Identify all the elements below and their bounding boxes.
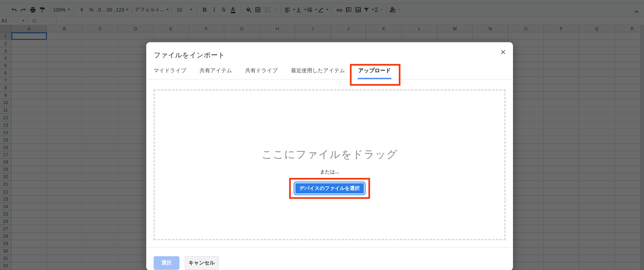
active-tab-underline — [358, 78, 391, 79]
tab-recent[interactable]: 最近使用したアイテム — [291, 67, 345, 79]
tab-my-drive[interactable]: マイドライブ — [154, 67, 186, 79]
cancel-button[interactable]: キャンセル — [185, 256, 218, 270]
select-device-file-button[interactable]: デバイスのファイルを選択 — [295, 182, 365, 194]
file-dropzone[interactable]: ここにファイルをドラッグ または... デバイスのファイルを選択 — [154, 89, 506, 240]
dialog-title: ファイルをインポート — [146, 42, 513, 60]
dropzone-headline: ここにファイルをドラッグ — [262, 147, 398, 162]
close-icon[interactable] — [500, 49, 506, 55]
dialog-footer: 選択 キャンセル — [146, 247, 513, 270]
google-sheets-app: 100% ¥ % .0← .00→ 123 デフォルト... 10 B I S … — [0, 0, 644, 270]
dropzone-or-text: または... — [320, 169, 339, 175]
tab-label: 最近使用したアイテム — [291, 67, 345, 73]
import-file-dialog: ファイルをインポート マイドライブ共有アイテム共有ドライブ最近使用したアイテムア… — [146, 42, 513, 270]
select-button[interactable]: 選択 — [154, 256, 180, 270]
dialog-tabs: マイドライブ共有アイテム共有ドライブ最近使用したアイテムアップロード — [146, 67, 513, 80]
tab-label: アップロード — [358, 67, 391, 73]
tab-label: 共有アイテム — [200, 67, 232, 73]
tab-label: マイドライブ — [154, 67, 186, 73]
tab-shared-drives[interactable]: 共有ドライブ — [245, 67, 278, 79]
tab-upload[interactable]: アップロード — [358, 67, 391, 79]
annotation-box-device-button: デバイスのファイルを選択 — [289, 178, 370, 199]
tab-shared-with-me[interactable]: 共有アイテム — [200, 67, 232, 79]
tab-label: 共有ドライブ — [245, 67, 278, 73]
